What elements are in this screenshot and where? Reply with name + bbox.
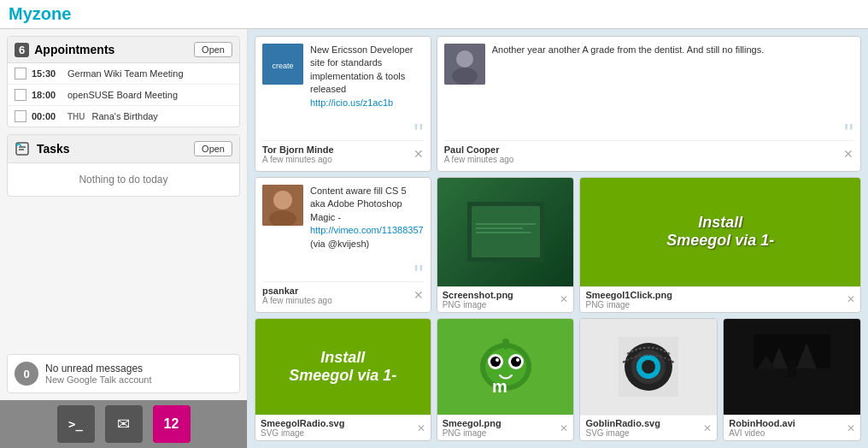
tasks-icon <box>15 140 32 157</box>
svg-point-6 <box>456 50 473 68</box>
file-name-screenshot: Screenshot.png <box>443 290 513 300</box>
avatar-paul <box>444 44 485 85</box>
svg-point-7 <box>452 68 478 85</box>
file-thumb-screenshot[interactable] <box>437 178 574 286</box>
file-close-smeegol[interactable]: ✕ <box>560 422 568 434</box>
file-thumb-goblinradio[interactable] <box>580 319 717 415</box>
psankar-avatar-image <box>262 185 303 226</box>
file-thumb-smeegol1click[interactable]: InstallSmeegol via 1- <box>580 178 860 286</box>
quote-decoration: " <box>413 120 423 147</box>
svg-point-9 <box>273 191 292 209</box>
screenshot-preview <box>467 202 544 262</box>
svg-rect-13 <box>476 223 536 225</box>
file-card-robinhood: RobinHood.avi AVI video ✕ <box>723 318 861 441</box>
file-name-goblinradio: GoblinRadio.svg <box>585 418 660 428</box>
file-type-goblinradio: SVG image <box>585 428 660 438</box>
feed-link-tor[interactable]: http://icio.us/z1ac1b <box>310 97 393 108</box>
appointments-panel: 6 Appointments Open 15:30 German Wiki Te… <box>7 36 240 127</box>
file-card-smeegolradio: InstallSmeegol via 1- SmeegolRadio.svg S… <box>255 318 431 441</box>
messages-badge: 0 <box>15 362 38 386</box>
terminal-button[interactable]: >_ <box>57 405 95 443</box>
smeegol-logo-svg: m <box>472 334 540 398</box>
feed-text-paul: Another year another A grade from the de… <box>492 44 853 137</box>
svg-point-25 <box>502 339 509 345</box>
file-close-screenshot[interactable]: ✕ <box>560 293 568 305</box>
tor-avatar-image: create <box>262 44 303 85</box>
terminal-icon: >_ <box>68 417 83 431</box>
messages-sub-text: New Google Talk account <box>45 374 152 385</box>
tasks-title: Tasks <box>37 142 70 156</box>
svg-rect-37 <box>788 360 796 377</box>
feed-close-psankar[interactable]: ✕ <box>413 289 424 301</box>
feed-author-tor: Tor Bjorn Minde <box>262 144 334 155</box>
feed-link-psankar[interactable]: http://vimeo.com/11388357 <box>310 225 424 235</box>
file-card-smeegol: m Smeegol.png PNG image ✕ <box>437 318 575 441</box>
file-type-robinhood: AVI video <box>729 428 795 438</box>
feed-time-paul: A few minutes ago <box>444 155 514 164</box>
feed-text-tor: New Ericsson Developer site for standard… <box>310 44 424 137</box>
file-thumb-smeegolradio[interactable]: InstallSmeegol via 1- <box>255 319 431 415</box>
svg-point-31 <box>642 360 655 374</box>
svg-rect-15 <box>476 232 531 233</box>
feed-card-psankar: Content aware fill CS 5 aka Adobe Photos… <box>255 177 431 313</box>
feed-author-psankar: psankar <box>262 286 332 296</box>
quote-decoration: " <box>844 120 853 147</box>
file-card-goblinradio: GoblinRadio.svg SVG image ✕ <box>579 318 718 441</box>
file-type-smeegolradio: SVG image <box>261 428 344 438</box>
quote-decoration: " <box>413 261 423 288</box>
file-card-screenshot: Screenshot.png PNG image ✕ <box>437 177 575 313</box>
appointments-badge: 6 <box>15 43 29 57</box>
file-close-smeegol1click[interactable]: ✕ <box>847 293 855 305</box>
feed-close-paul[interactable]: ✕ <box>843 148 853 160</box>
paul-avatar-image <box>444 44 485 85</box>
file-close-goblinradio[interactable]: ✕ <box>703 422 712 434</box>
file-thumb-smeegol[interactable]: m <box>437 319 574 415</box>
goblin-radio-svg <box>619 337 678 397</box>
file-thumb-robinhood[interactable] <box>724 319 860 415</box>
appointment-checkbox[interactable] <box>15 68 26 80</box>
header: Myzone <box>0 0 868 29</box>
sidebar: 6 Appointments Open 15:30 German Wiki Te… <box>0 29 248 448</box>
svg-point-20 <box>490 357 501 367</box>
svg-point-23 <box>516 358 519 362</box>
install-text-smeegol1click: InstallSmeegol via 1- <box>663 210 777 254</box>
file-name-smeegol1click: Smeegol1Click.png <box>585 290 672 300</box>
avatar-psankar <box>262 185 303 226</box>
bottom-bar: >_ ✉ 12 <box>0 400 247 448</box>
file-card-smeegol1click: InstallSmeegol via 1- Smeegol1Click.png … <box>579 177 861 313</box>
file-name-robinhood: RobinHood.avi <box>729 418 795 428</box>
avatar-tor: create <box>262 44 303 85</box>
appointments-title: Appointments <box>34 43 114 56</box>
appointments-open-button[interactable]: Open <box>194 42 232 57</box>
svg-rect-14 <box>476 227 523 229</box>
file-name-smeegol: Smeegol.png <box>443 418 501 428</box>
svg-text:m: m <box>492 377 507 396</box>
feed-time-tor: A few minutes ago <box>262 155 334 164</box>
calendar-icon: 12 <box>164 416 179 432</box>
feed-card-tor: create New Ericsson Developer site for s… <box>255 36 431 172</box>
svg-text:create: create <box>272 62 293 70</box>
mail-icon: ✉ <box>117 415 130 433</box>
tasks-open-button[interactable]: Open <box>194 141 232 156</box>
mail-button[interactable]: ✉ <box>105 405 143 443</box>
svg-point-22 <box>496 358 499 362</box>
file-name-smeegolradio: SmeegolRadio.svg <box>261 418 344 428</box>
feed-text-psankar: Content aware fill CS 5 aka Adobe Photos… <box>310 185 424 278</box>
appointment-checkbox[interactable] <box>15 89 26 101</box>
messages-panel: 0 No unread messages New Google Talk acc… <box>7 354 240 393</box>
install-text-smeegolradio: InstallSmeegol via 1- <box>285 345 400 388</box>
appointment-item: 18:00 openSUSE Board Meeting <box>8 85 239 106</box>
appointment-item: 00:00 THU Rana's Birthday <box>8 106 239 127</box>
appointment-item: 15:30 German Wiki Team Meeting <box>8 63 239 85</box>
content-area: create New Ericsson Developer site for s… <box>248 29 868 448</box>
feed-time-psankar: A few minutes ago <box>262 296 332 305</box>
appointment-checkbox[interactable] <box>15 110 26 122</box>
file-type-screenshot: PNG image <box>443 300 513 309</box>
robinhood-preview <box>754 334 830 398</box>
svg-point-21 <box>511 357 521 367</box>
file-close-robinhood[interactable]: ✕ <box>847 422 855 434</box>
calendar-button[interactable]: 12 <box>153 405 191 443</box>
file-close-smeegolradio[interactable]: ✕ <box>417 422 425 434</box>
feed-close-tor[interactable]: ✕ <box>413 148 424 160</box>
tasks-empty-text: Nothing to do today <box>8 163 239 196</box>
